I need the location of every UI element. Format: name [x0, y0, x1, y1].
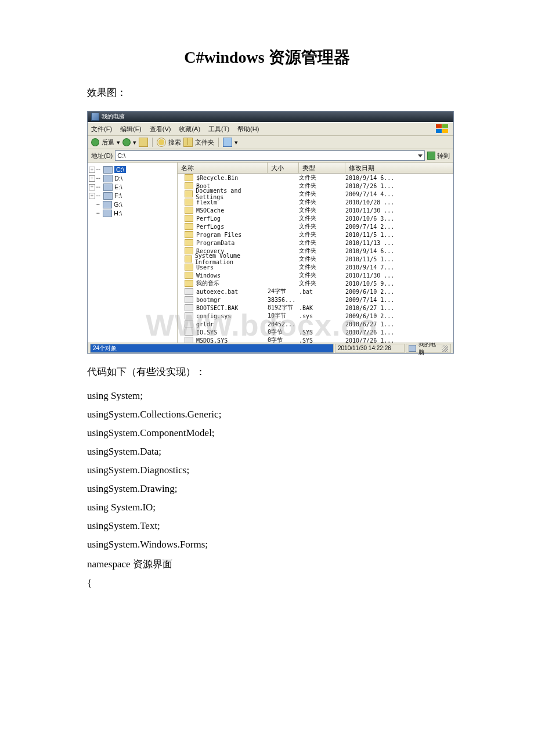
drive-icon	[103, 166, 113, 174]
folder-icon	[185, 272, 193, 279]
folder-icon	[185, 199, 193, 206]
folder-icon	[185, 174, 193, 181]
menu-help[interactable]: 帮助(H)	[237, 125, 259, 134]
separator	[152, 138, 153, 147]
back-icon[interactable]	[91, 138, 99, 146]
folder-icon	[185, 280, 193, 287]
code-line: using System;	[87, 390, 447, 402]
search-icon[interactable]	[157, 138, 166, 147]
folders-button[interactable]: 文件夹	[195, 138, 214, 147]
back-dropdown-icon[interactable]: ▾	[117, 139, 120, 146]
list-row[interactable]: Windows文件夹2010/11/30 ...	[178, 271, 453, 279]
list-row[interactable]: 我的音乐文件夹2010/10/5 9...	[178, 279, 453, 287]
expand-icon[interactable]: +	[89, 193, 95, 199]
go-button[interactable]: 转到	[427, 152, 450, 160]
status-objects: 24个对象	[90, 344, 334, 353]
list-row[interactable]: MSDOS.SYS0字节.SYS2010/7/26 1...	[178, 336, 453, 343]
window-title: 我的电脑	[102, 113, 125, 121]
views-icon[interactable]	[223, 138, 232, 147]
list-row[interactable]: autoexec.bat24字节.bat2009/6/10 2...	[178, 287, 453, 296]
search-button[interactable]: 搜索	[168, 138, 181, 147]
folder-icon	[185, 231, 193, 238]
menu-edit[interactable]: 编辑(E)	[120, 125, 142, 134]
windows-flag-icon	[436, 124, 450, 134]
expand-icon[interactable]: +	[89, 175, 95, 182]
col-date[interactable]: 修改日期	[345, 163, 453, 173]
list-row[interactable]: ProgramData文件夹2010/11/13 ...	[178, 239, 453, 247]
computer-icon	[409, 345, 416, 352]
tree-node-h[interactable]: H:\	[114, 210, 122, 217]
list-row[interactable]: MSOCache文件夹2010/11/30 ...	[178, 206, 453, 214]
folder-icon	[185, 264, 193, 271]
file-icon	[185, 312, 193, 319]
resize-grip-icon[interactable]	[442, 345, 448, 352]
folder-icon	[185, 255, 192, 262]
list-row[interactable]: grldr20452...2010/6/27 1...	[178, 320, 453, 328]
tree-node-c[interactable]: C:\	[114, 166, 126, 173]
menubar: 文件(F) 编辑(E) 查看(V) 收藏(A) 工具(T) 帮助(H)	[88, 122, 453, 136]
menu-file[interactable]: 文件(F)	[91, 125, 112, 134]
code-line: usingSystem.Windows.Forms;	[87, 539, 447, 550]
list-row[interactable]: bootmgr38356...2009/7/14 1...	[178, 296, 453, 304]
list-row[interactable]: Program Files文件夹2010/11/5 1...	[178, 231, 453, 239]
list-row[interactable]: PerfLog文件夹2010/10/6 3...	[178, 214, 453, 222]
file-list[interactable]: 名称 大小 类型 修改日期 $Recycle.Bin文件夹2010/9/14 6…	[178, 163, 453, 343]
folder-icon	[185, 223, 193, 230]
menu-view[interactable]: 查看(V)	[150, 125, 171, 134]
drive-icon	[103, 210, 112, 217]
forward-dropdown-icon[interactable]: ▾	[133, 139, 136, 146]
code-line: {	[87, 578, 447, 589]
folders-icon[interactable]	[183, 138, 193, 147]
page-title: C#windows 资源管理器	[87, 46, 447, 69]
code-line: usingSystem.Text;	[87, 520, 447, 532]
list-header[interactable]: 名称 大小 类型 修改日期	[178, 163, 453, 174]
col-type[interactable]: 类型	[299, 163, 345, 173]
menu-tools[interactable]: 工具(T)	[208, 125, 229, 134]
col-size[interactable]: 大小	[268, 163, 299, 173]
list-row[interactable]: flexlm文件夹2010/10/28 ...	[178, 198, 453, 206]
back-button[interactable]: 后退	[102, 138, 114, 147]
list-row[interactable]: System Volume Information文件夹2010/11/5 1.…	[178, 255, 453, 263]
statusbar: 24个对象 2010/11/30 14:22:26 我的电脑	[88, 343, 453, 353]
list-row[interactable]: PerfLogs文件夹2009/7/14 2...	[178, 222, 453, 231]
list-row[interactable]: $Recycle.Bin文件夹2010/9/14 6...	[178, 174, 453, 182]
code-line: usingSystem.ComponentModel;	[87, 427, 447, 439]
tree-node-f[interactable]: F:\	[114, 192, 122, 199]
file-icon	[185, 329, 193, 336]
toolbar: 后退 ▾ ▾ 搜索 文件夹 ▾	[88, 136, 453, 149]
folder-icon	[185, 239, 193, 246]
status-location: 我的电脑	[406, 344, 451, 353]
expand-icon[interactable]: +	[89, 184, 95, 190]
tree-panel[interactable]: +┈C:\ +┈D:\ +┈E:\ +┈F:\ ┈G:\ ┈H:\	[88, 163, 178, 343]
code-line: usingSystem.Collections.Generic;	[87, 409, 447, 420]
address-label: 地址(D)	[91, 152, 113, 160]
address-combo[interactable]: C:\	[115, 150, 425, 161]
views-dropdown-icon[interactable]: ▾	[234, 139, 238, 146]
tree-node-d[interactable]: D:\	[114, 175, 122, 182]
drive-icon	[103, 192, 113, 200]
tree-node-g[interactable]: G:\	[114, 201, 122, 208]
go-label: 转到	[437, 152, 450, 160]
col-name[interactable]: 名称	[178, 163, 268, 173]
dropdown-icon[interactable]	[418, 154, 423, 157]
code-line: usingSystem.Drawing;	[87, 483, 447, 495]
titlebar[interactable]: 我的电脑	[88, 111, 453, 122]
list-row[interactable]: BOOTSECT.BAK8192字节.BAK2010/6/27 1...	[178, 304, 453, 312]
list-row[interactable]: config.sys10字节.sys2009/6/10 2...	[178, 312, 453, 320]
file-icon	[185, 296, 193, 303]
list-row[interactable]: IO.SYS0字节.SYS2010/7/26 1...	[178, 328, 453, 336]
file-icon	[185, 321, 193, 327]
separator	[218, 138, 219, 147]
folder-icon	[185, 190, 193, 197]
window-icon	[91, 113, 99, 121]
go-icon	[427, 152, 435, 160]
list-row[interactable]: Documents and Settings文件夹2009/7/14 4...	[178, 190, 453, 198]
code-line: usingSystem.Diagnostics;	[87, 465, 447, 476]
up-icon[interactable]	[139, 138, 148, 147]
forward-icon[interactable]	[122, 138, 131, 146]
drive-icon	[103, 201, 112, 208]
tree-node-e[interactable]: E:\	[114, 183, 122, 190]
list-row[interactable]: Users文件夹2010/9/14 7...	[178, 263, 453, 271]
menu-fav[interactable]: 收藏(A)	[179, 125, 200, 134]
expand-icon[interactable]: +	[89, 167, 95, 173]
